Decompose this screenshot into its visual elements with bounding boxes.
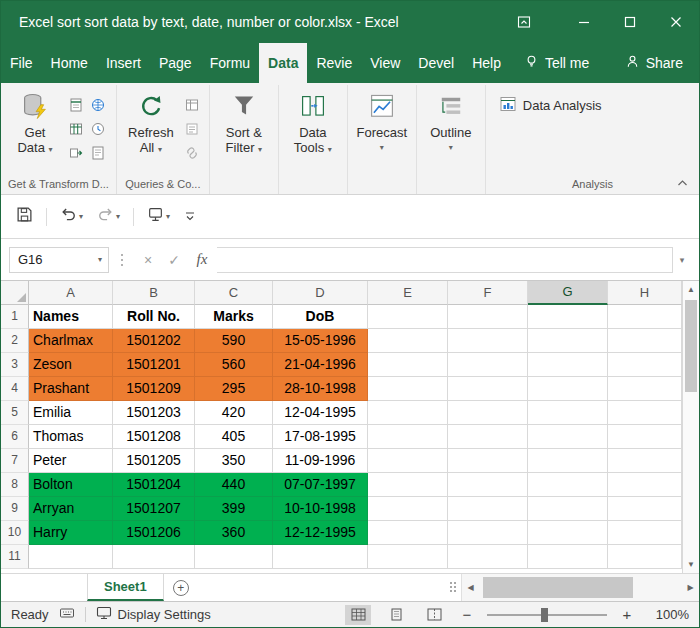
qat-customize-button[interactable] <box>179 204 201 230</box>
from-table-range-icon[interactable] <box>66 119 86 139</box>
queries-connections-icon[interactable] <box>182 95 202 115</box>
cell-G11[interactable] <box>528 545 608 569</box>
cell-E3[interactable] <box>368 353 448 377</box>
zoom-out-button[interactable]: − <box>459 606 475 623</box>
row-header-9[interactable]: 9 <box>1 497 29 521</box>
close-button[interactable] <box>653 1 699 43</box>
cell-G2[interactable] <box>528 329 608 353</box>
cell-E10[interactable] <box>368 521 448 545</box>
cell-H7[interactable] <box>608 449 682 473</box>
select-all-button[interactable] <box>1 281 29 305</box>
tab-data[interactable]: Data <box>259 43 307 83</box>
scroll-up-button[interactable]: ▲ <box>683 281 699 298</box>
cell-B10[interactable]: 1501206 <box>113 521 195 545</box>
cell-B5[interactable]: 1501203 <box>113 401 195 425</box>
cell-F10[interactable] <box>448 521 528 545</box>
cell-B1[interactable]: Roll No. <box>113 305 195 329</box>
scroll-left-button[interactable]: ◀ <box>462 574 479 601</box>
recent-sources-icon[interactable] <box>88 119 108 139</box>
cell-A10[interactable]: Harry <box>29 521 113 545</box>
vertical-scroll-track[interactable] <box>683 298 699 556</box>
cell-G6[interactable] <box>528 425 608 449</box>
cell-E6[interactable] <box>368 425 448 449</box>
cell-A11[interactable] <box>29 545 113 569</box>
cell-H6[interactable] <box>608 425 682 449</box>
display-settings-button[interactable]: Display Settings <box>96 606 211 623</box>
sort-filter-button[interactable]: Sort & Filter ▾ <box>215 89 273 158</box>
vertical-scrollbar[interactable]: ▲ ▼ <box>682 281 699 573</box>
cell-A8[interactable]: Bolton <box>29 473 113 497</box>
tab-formu[interactable]: Formu <box>201 43 259 83</box>
cell-C11[interactable] <box>195 545 273 569</box>
column-header-G[interactable]: G <box>528 281 608 305</box>
refresh-all-button[interactable]: Refresh All ▾ <box>122 89 180 158</box>
cell-C5[interactable]: 420 <box>195 401 273 425</box>
cell-C1[interactable]: Marks <box>195 305 273 329</box>
tell-me-button[interactable]: Tell me <box>524 43 589 83</box>
data-analysis-button[interactable]: Data Analysis <box>491 89 610 122</box>
zoom-in-button[interactable]: + <box>619 606 635 623</box>
page-break-view-button[interactable] <box>421 605 447 625</box>
cell-D1[interactable]: DoB <box>273 305 368 329</box>
cell-G10[interactable] <box>528 521 608 545</box>
cell-E4[interactable] <box>368 377 448 401</box>
cell-B8[interactable]: 1501204 <box>113 473 195 497</box>
column-header-B[interactable]: B <box>113 281 195 305</box>
cell-C4[interactable]: 295 <box>195 377 273 401</box>
cell-D2[interactable]: 15-05-1996 <box>273 329 368 353</box>
cell-G4[interactable] <box>528 377 608 401</box>
cell-C3[interactable]: 560 <box>195 353 273 377</box>
cell-A9[interactable]: Arryan <box>29 497 113 521</box>
cell-H10[interactable] <box>608 521 682 545</box>
sheet-tab-sheet1[interactable]: Sheet1 <box>87 574 164 601</box>
cell-E11[interactable] <box>368 545 448 569</box>
cell-D9[interactable]: 10-10-1998 <box>273 497 368 521</box>
zoom-slider[interactable] <box>487 614 607 616</box>
cell-A3[interactable]: Zeson <box>29 353 113 377</box>
redo-button[interactable]: ▾ <box>92 202 125 231</box>
from-web-icon[interactable] <box>88 95 108 115</box>
tab-revie[interactable]: Revie <box>307 43 361 83</box>
cell-A2[interactable]: Charlmax <box>29 329 113 353</box>
cell-D4[interactable]: 28-10-1998 <box>273 377 368 401</box>
normal-view-button[interactable] <box>345 605 371 625</box>
tab-page[interactable]: Page <box>150 43 201 83</box>
cell-E5[interactable] <box>368 401 448 425</box>
row-header-1[interactable]: 1 <box>1 305 29 329</box>
cell-A6[interactable]: Thomas <box>29 425 113 449</box>
formula-bar-splitter[interactable] <box>121 254 123 266</box>
cell-H1[interactable] <box>608 305 682 329</box>
cell-C9[interactable]: 399 <box>195 497 273 521</box>
cell-E7[interactable] <box>368 449 448 473</box>
data-source-settings-icon[interactable] <box>88 143 108 163</box>
tab-insert[interactable]: Insert <box>97 43 150 83</box>
touch-mouse-mode-button[interactable]: ▾ <box>142 202 175 231</box>
cell-G5[interactable] <box>528 401 608 425</box>
enter-formula-button[interactable]: ✓ <box>161 252 187 268</box>
cell-E9[interactable] <box>368 497 448 521</box>
insert-function-button[interactable]: fx <box>187 251 217 268</box>
cell-B7[interactable]: 1501205 <box>113 449 195 473</box>
cell-H2[interactable] <box>608 329 682 353</box>
cell-C8[interactable]: 440 <box>195 473 273 497</box>
cell-A1[interactable]: Names <box>29 305 113 329</box>
cell-F11[interactable] <box>448 545 528 569</box>
tab-help[interactable]: Help <box>463 43 510 83</box>
cell-F4[interactable] <box>448 377 528 401</box>
cell-E8[interactable] <box>368 473 448 497</box>
maximize-button[interactable] <box>607 1 653 43</box>
cell-F5[interactable] <box>448 401 528 425</box>
page-layout-view-button[interactable] <box>383 605 409 625</box>
cell-B3[interactable]: 1501201 <box>113 353 195 377</box>
cell-C6[interactable]: 405 <box>195 425 273 449</box>
scroll-down-button[interactable]: ▼ <box>683 556 699 573</box>
cell-E2[interactable] <box>368 329 448 353</box>
cell-F2[interactable] <box>448 329 528 353</box>
existing-connections-icon[interactable] <box>66 143 86 163</box>
row-header-2[interactable]: 2 <box>1 329 29 353</box>
formula-input[interactable] <box>217 247 673 273</box>
edit-links-icon[interactable] <box>182 143 202 163</box>
cell-H11[interactable] <box>608 545 682 569</box>
cell-G8[interactable] <box>528 473 608 497</box>
macro-record-icon[interactable] <box>59 606 75 623</box>
